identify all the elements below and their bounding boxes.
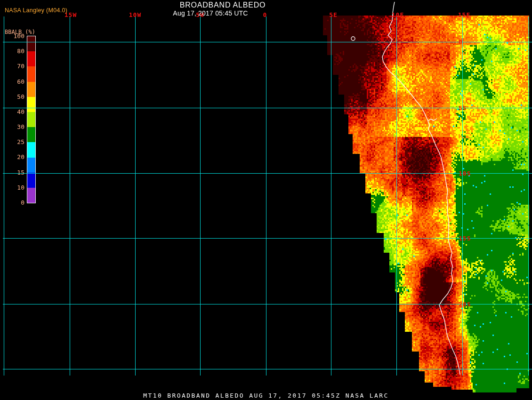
lon-grid-line [135, 16, 136, 376]
lon-grid-line [200, 16, 201, 376]
lat-grid-line [3, 108, 532, 108]
lat-grid-line [3, 304, 532, 304]
lon-grid-line [4, 16, 4, 376]
lat-grid-line [3, 238, 532, 239]
colorbar-segment-0 [27, 36, 35, 51]
colorbar-segment-1 [27, 51, 35, 66]
source-label: NASA Langley (M04.0) [5, 7, 67, 14]
lon-grid-line [528, 16, 529, 376]
lon-grid-line [266, 16, 266, 376]
lat-label-5S: 5S [459, 104, 467, 112]
colorbar-segment-3 [27, 82, 35, 97]
colorbar-segment-9 [27, 173, 35, 188]
lon-grid-line [331, 16, 331, 376]
lon-label-10E: 10E [392, 11, 404, 18]
colorbar-segment-8 [27, 158, 35, 173]
colorbar-segment-7 [27, 142, 35, 157]
colorbar-segment-10 [27, 188, 35, 203]
page-title: BROADBAND ALBEDO [180, 1, 266, 9]
lon-label-0: 0 [263, 11, 267, 18]
colorbar-segment-5 [27, 112, 35, 127]
colorbar-segment-6 [27, 127, 35, 142]
lat-label-0: 0 [459, 39, 463, 46]
albedo-product-screen: NASA Langley (M04.0) BROADBAND ALBEDO Au… [0, 0, 532, 400]
lat-grid-line [3, 173, 532, 174]
lon-label-15E: 15E [458, 11, 470, 18]
colorbar-segment-2 [27, 66, 35, 81]
lon-grid-line [462, 16, 463, 376]
lat-grid-line [3, 42, 532, 42]
colorbar-segment-4 [27, 97, 35, 112]
lon-grid-line [396, 16, 397, 376]
lat-label-10S: 10S [459, 170, 471, 177]
lon-grid-line [70, 16, 70, 376]
lon-label-10W: 10W [129, 11, 141, 18]
colorbar-scale [27, 36, 36, 203]
lon-label-5E: 5E [329, 11, 338, 18]
lat-label-15S: 15S [459, 235, 471, 242]
timestamp-label: Aug 17, 2017 05:45 UTC [173, 9, 248, 17]
lat-label-20S: 20S [459, 301, 471, 308]
footer-caption: MT10 BROADBAND ALBEDO AUG 17, 2017 05:45… [143, 392, 389, 399]
lat-grid-line [3, 369, 532, 369]
